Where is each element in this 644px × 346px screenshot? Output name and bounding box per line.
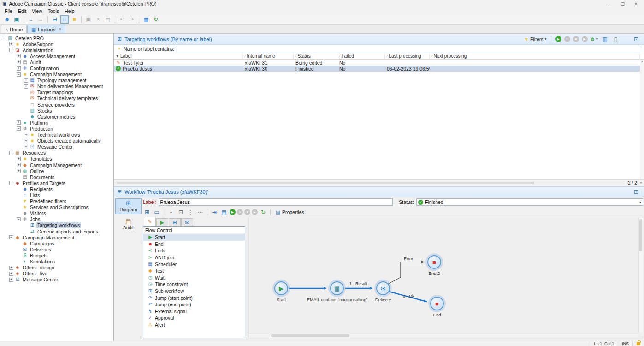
tree-toggle-icon[interactable]: +	[9, 272, 13, 276]
column-header-label[interactable]: ▼Label	[114, 53, 243, 59]
menu-view[interactable]: View	[29, 8, 45, 14]
tree-item-message-center[interactable]: +⊡Message Center	[0, 277, 113, 283]
palette-item-fork[interactable]: ≺Fork	[143, 247, 245, 254]
workflow-label-input[interactable]	[159, 198, 393, 206]
tree-item-services-and-subscriptions[interactable]: ★Services and Subscriptions	[0, 204, 113, 210]
trash-icon[interactable]: ▯	[612, 35, 620, 43]
workflow-row-test-tyler[interactable]: ✎Test TylerxfaWKF31Being editedNo	[114, 60, 644, 66]
maximize-button[interactable]: ▢	[620, 1, 625, 6]
tree-toggle-icon[interactable]: +	[17, 120, 21, 125]
workflow-node-start[interactable]: ▶Start	[274, 281, 288, 295]
filters-button[interactable]: ▼ Filters ▾	[524, 36, 547, 42]
tab-home[interactable]: ⌂ Home	[1, 25, 27, 33]
more-dots-icon[interactable]: ⋯	[196, 208, 204, 216]
tree-toggle-icon[interactable]: −	[17, 126, 21, 131]
palette-item-and-join[interactable]: ≻AND-join	[143, 254, 245, 261]
workflow-canvas[interactable]: 1 - Result Error 0 - Ok ▶Start▤EMAIL con…	[248, 217, 643, 338]
tree-item-targeting-workflows[interactable]: ⊞Targeting workflows	[0, 222, 113, 228]
fit-view-icon[interactable]: ⊡	[177, 208, 185, 216]
tree-item-message-center[interactable]: +⊡Message Center	[0, 144, 113, 150]
canvas-horizontal-scrollbar[interactable]	[249, 334, 638, 338]
print-icon[interactable]: ▦	[142, 15, 150, 24]
palette-item-scheduler[interactable]: ▦Scheduler	[143, 261, 245, 268]
tree-item-offers-design[interactable]: +◈Offers - design	[0, 265, 113, 271]
tree-toggle-icon[interactable]: +	[17, 163, 21, 167]
pause-button[interactable]: ‖	[237, 209, 243, 215]
column-header-internal-name[interactable]: ∕Internal name	[243, 53, 294, 59]
tree-item-templates[interactable]: +■Templates	[0, 156, 113, 162]
actions-gear-button[interactable]: ☸ ▾	[591, 36, 598, 42]
palette-tab-delivery[interactable]: ✉	[181, 218, 193, 226]
back-icon[interactable]: ←	[27, 15, 35, 24]
column-header-failed[interactable]: ∕Failed	[337, 53, 385, 59]
tree-item-resources[interactable]: −▦Resources	[0, 150, 113, 156]
tree-toggle-icon[interactable]: +	[17, 66, 21, 71]
workflow-node-end2[interactable]: ■End 2	[427, 255, 441, 269]
workflow-status-select[interactable]: ✓ Finished ▾	[416, 198, 643, 206]
tree-item-documents[interactable]: ▤Documents	[0, 174, 113, 180]
palette-item-approval[interactable]: ✓Approval	[143, 315, 245, 322]
tree-item-deliveries[interactable]: ✉Deliveries	[0, 246, 113, 252]
tree-item-non-deliverables-management[interactable]: +✉Non deliverables Management	[0, 84, 113, 89]
tree-item-campaign-management[interactable]: −◆Campaign Management	[0, 234, 113, 240]
close-button[interactable]: ×	[635, 1, 637, 6]
tab-explorer[interactable]: ▦ Explorer ×	[27, 25, 65, 33]
stop-workflow-button[interactable]: ■	[573, 36, 579, 42]
tree-item-technical-delivery-templates[interactable]: ✉Technical delivery templates	[0, 95, 113, 101]
palette-tab-flow[interactable]: ▶	[156, 218, 168, 226]
tree-toggle-icon[interactable]: −	[9, 235, 13, 239]
column-header-last-processing[interactable]: ∕Last processing	[385, 53, 430, 59]
tree-item-audit[interactable]: +▤Audit	[0, 59, 113, 65]
layout-icon[interactable]: ⊞	[143, 208, 151, 216]
palette-item-jump-end-point[interactable]: ↶Jump (end point)	[143, 301, 245, 308]
tree-item-campaign-management[interactable]: −■Campaign Management	[0, 72, 113, 78]
scrollbar-thumb[interactable]	[271, 334, 349, 337]
menu-edit[interactable]: Edit	[15, 8, 29, 14]
tree-toggle-icon[interactable]: +	[17, 169, 21, 173]
palette-item-sub-workflow[interactable]: ⊞Sub-workflow	[143, 288, 245, 295]
tab-audit[interactable]: ▤ Audit	[115, 216, 142, 232]
tree-item-stocks[interactable]: ▥Stocks	[0, 107, 113, 113]
cut-icon[interactable]: ×	[94, 15, 102, 24]
palette-item-time-constraint[interactable]: ◶Time constraint	[143, 281, 245, 288]
canvas-vertical-scrollbar[interactable]	[638, 217, 643, 333]
palette-item-external-signal[interactable]: ↯External signal	[143, 308, 245, 315]
tree-item-profiles-and-targets[interactable]: −☻Profiles and Targets	[0, 180, 113, 186]
tree-item-predefined-filters[interactable]: ▼Predefined filters	[0, 198, 113, 204]
palette-tab-structure[interactable]: ⊞	[169, 218, 181, 226]
scrollbar-thumb[interactable]	[639, 219, 642, 251]
tree-toggle-icon[interactable]: +	[24, 84, 28, 89]
scroll-up-icon[interactable]: ▲	[641, 60, 644, 63]
tree-toggle-icon[interactable]: +	[9, 278, 13, 282]
tree-toggle-icon[interactable]: +	[9, 42, 13, 46]
refresh-icon[interactable]: ↻	[259, 208, 267, 216]
palette-item-wait[interactable]: ◷Wait	[143, 274, 245, 281]
tree-toggle-icon[interactable]: −	[9, 181, 13, 185]
tree-item-cetelen-pro[interactable]: −▥Cetelen PRO	[0, 35, 113, 41]
palette-item-test[interactable]: ◆Test	[143, 268, 245, 274]
new-item-icon[interactable]: □	[60, 15, 69, 24]
zoom-box-icon[interactable]: ▪	[167, 208, 175, 216]
forward-icon[interactable]: →	[36, 15, 45, 24]
tree-item-technical-workflows[interactable]: +■Technical workflows	[0, 132, 113, 138]
menu-file[interactable]: File	[2, 8, 15, 14]
tree-item-lists[interactable]: ≡Lists	[0, 192, 113, 198]
column-header-next-processing[interactable]: ∕Next processing	[430, 53, 640, 59]
chart-icon[interactable]: ▥	[601, 35, 609, 43]
tree-item-objects-created-automatically[interactable]: +■Objects created automatically	[0, 138, 113, 144]
tree-toggle-icon[interactable]: +	[17, 157, 21, 161]
workflow-node-end[interactable]: ■End	[430, 297, 444, 310]
menu-help[interactable]: Help	[62, 8, 77, 14]
tree-toggle-icon[interactable]: −	[9, 48, 13, 52]
tree-toggle-icon[interactable]: +	[24, 145, 28, 149]
tree-item-jobs[interactable]: −☸Jobs	[0, 216, 113, 222]
minimize-button[interactable]: —	[606, 1, 610, 6]
tab-close-icon[interactable]: ×	[59, 27, 61, 32]
save-icon[interactable]: ⊟	[51, 15, 59, 24]
expand-panel-icon[interactable]: ⊡	[632, 188, 640, 196]
tab-diagram[interactable]: ⊞ Diagram	[115, 198, 142, 214]
paste-icon[interactable]: ▤	[104, 15, 112, 24]
palette-item-alert[interactable]: ⚠Alert	[143, 322, 245, 328]
menu-tools[interactable]: Tools	[45, 8, 62, 14]
tree-item-platform[interactable]: +●Platform	[0, 119, 113, 125]
